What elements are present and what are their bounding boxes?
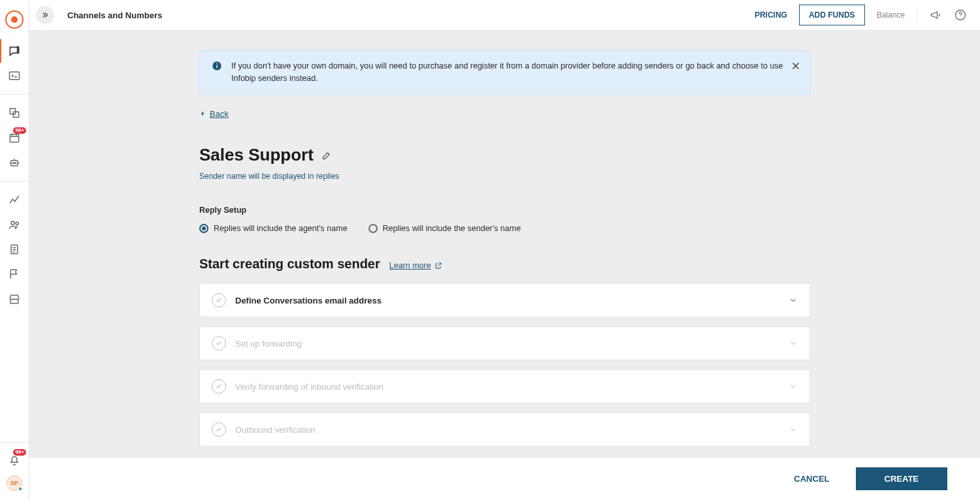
svg-rect-5 — [13, 112, 18, 117]
step-label: Verify forwarding of inbound verificatio… — [235, 382, 384, 392]
step-verify-forwarding[interactable]: Verify forwarding of inbound verificatio… — [199, 369, 810, 403]
nav-terminal-icon[interactable] — [8, 69, 21, 82]
reply-setup-radio-group: Replies will include the agent's name Re… — [199, 224, 810, 233]
megaphone-icon[interactable] — [929, 8, 942, 22]
create-button[interactable]: CREATE — [856, 467, 947, 490]
svg-point-10 — [11, 221, 14, 225]
learn-more-label: Learn more — [389, 261, 431, 270]
check-circle-icon — [212, 379, 226, 394]
reply-setup-label: Reply Setup — [199, 206, 810, 215]
svg-point-0 — [17, 46, 18, 48]
radio-icon — [199, 224, 208, 233]
chevron-down-icon — [789, 382, 798, 391]
nav-bell-badge: 99+ — [13, 449, 26, 456]
svg-rect-7 — [11, 161, 18, 166]
svg-rect-16 — [216, 63, 217, 64]
page-subtitle: Sender name will be displayed in replies — [199, 172, 810, 181]
help-icon[interactable] — [954, 8, 967, 22]
svg-rect-4 — [10, 108, 15, 114]
custom-sender-heading: Start creating custom sender — [199, 257, 380, 272]
check-circle-icon — [212, 293, 226, 307]
avatar-status-dot — [18, 487, 22, 491]
svg-point-9 — [15, 163, 16, 164]
main-content-area: If you don't have your own domain, you w… — [29, 31, 980, 457]
back-link-label: Back — [210, 109, 229, 119]
page-title: Sales Support — [199, 145, 314, 165]
app-logo[interactable] — [5, 10, 24, 29]
svg-rect-3 — [10, 72, 20, 80]
radio-sender-label: Replies will include the sender's name — [383, 224, 521, 233]
nav-store-icon[interactable] — [8, 292, 21, 305]
nav-analytics-icon[interactable] — [8, 193, 21, 206]
close-icon[interactable] — [790, 60, 802, 72]
balance-label: Balance — [877, 10, 905, 20]
info-banner: If you don't have your own domain, you w… — [199, 50, 810, 95]
svg-point-1 — [17, 49, 18, 50]
avatar-initials: SP — [10, 480, 18, 486]
step-label: Define Conversations email address — [235, 296, 382, 305]
nav-layers-icon[interactable] — [8, 106, 21, 119]
step-define-email[interactable]: Define Conversations email address — [199, 283, 810, 317]
step-set-up-forwarding[interactable]: Set up forwarding — [199, 326, 810, 360]
topbar-divider — [917, 8, 917, 22]
chevron-down-icon — [789, 425, 798, 434]
info-icon — [212, 61, 222, 71]
radio-agent-label: Replies will include the agent's name — [214, 224, 348, 233]
sidebar-expand-button[interactable] — [36, 6, 54, 24]
nav-bot-icon[interactable] — [8, 156, 21, 169]
page-breadcrumb: Channels and Numbers — [67, 10, 162, 20]
pricing-link[interactable]: PRICING — [755, 10, 787, 20]
check-circle-icon — [212, 422, 226, 437]
nav-bell-icon[interactable]: 99+ — [8, 453, 21, 466]
step-label: Outbound verification — [235, 425, 316, 435]
chevron-down-icon — [789, 296, 798, 305]
svg-point-11 — [16, 222, 18, 225]
nav-chat-icon[interactable] — [8, 44, 21, 57]
nav-calendar-badge: 99+ — [13, 127, 26, 134]
step-label: Set up forwarding — [235, 339, 302, 349]
check-circle-icon — [212, 336, 226, 351]
radio-icon — [368, 224, 378, 233]
radio-agent-name[interactable]: Replies will include the agent's name — [199, 224, 348, 233]
nav-people-icon[interactable] — [8, 218, 21, 231]
nav-document-icon[interactable] — [8, 243, 21, 256]
edit-icon[interactable] — [321, 150, 332, 161]
step-outbound-verification[interactable]: Outbound verification — [199, 413, 810, 446]
svg-rect-6 — [10, 134, 18, 142]
learn-more-link[interactable]: Learn more — [389, 261, 442, 270]
footer-actions: CANCEL CREATE — [29, 457, 980, 500]
topbar: Channels and Numbers PRICING ADD FUNDS B… — [29, 0, 980, 31]
cancel-button[interactable]: CANCEL — [794, 474, 829, 484]
app-logo-inner — [11, 16, 18, 23]
chevron-down-icon — [789, 339, 798, 348]
info-banner-text: If you don't have your own domain, you w… — [231, 60, 798, 85]
nav-flag-icon[interactable] — [8, 268, 21, 281]
add-funds-button[interactable]: ADD FUNDS — [799, 5, 865, 25]
svg-point-2 — [17, 51, 18, 52]
svg-point-8 — [13, 163, 14, 164]
left-nav-rail: 99+ 99+ SP — [0, 0, 29, 500]
user-avatar[interactable]: SP — [7, 475, 22, 491]
radio-sender-name[interactable]: Replies will include the sender's name — [368, 224, 521, 233]
back-link[interactable]: Back — [199, 109, 229, 119]
svg-rect-15 — [216, 65, 217, 69]
nav-calendar-icon[interactable]: 99+ — [8, 131, 21, 144]
